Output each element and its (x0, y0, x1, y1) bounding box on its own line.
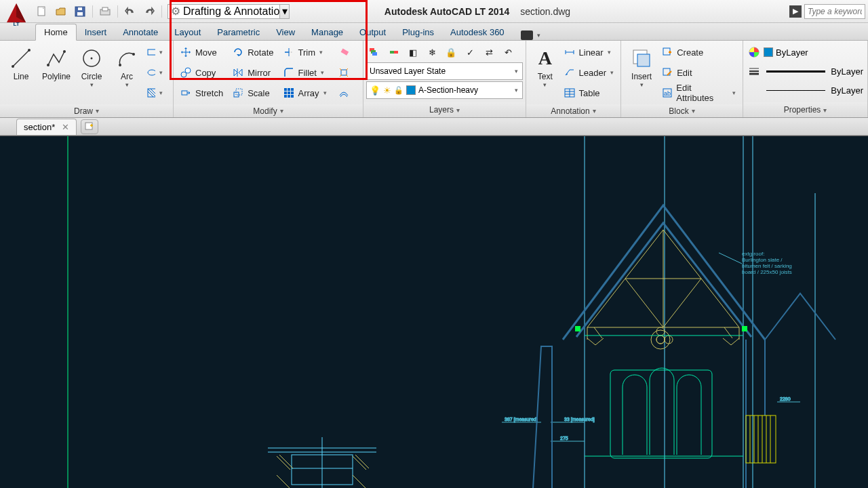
ribbon: Line Polyline Circle ▾ Arc ▾ ▾ ▾ ▾ Dr (0, 41, 868, 118)
tab-output[interactable]: Output (351, 24, 394, 40)
rotate-button[interactable]: Rotate (230, 43, 275, 61)
color-swatch (764, 47, 773, 57)
linear-dim-button[interactable]: Linear▾ (561, 43, 616, 61)
search-input[interactable] (804, 4, 865, 19)
arc-icon (115, 46, 139, 70)
layer-isolate-button[interactable]: ◧ (404, 43, 422, 61)
hatch-button[interactable]: ▾ (146, 84, 164, 102)
svg-text:2280: 2280 (780, 396, 791, 401)
svg-rect-43 (340, 49, 349, 56)
svg-text:387 [measured]: 387 [measured] (505, 417, 538, 422)
scale-button[interactable]: Scale (230, 84, 275, 102)
infocenter-play-icon[interactable]: ▶ (789, 5, 802, 18)
array-button[interactable]: Array▾ (281, 84, 330, 102)
edit-block-button[interactable]: Edit (659, 64, 738, 81)
svg-rect-53 (394, 51, 398, 54)
tab-layout[interactable]: Layout (166, 24, 209, 40)
rectangle-button[interactable]: ▾ (146, 43, 164, 61)
svg-rect-5 (77, 12, 83, 16)
copy-button[interactable]: Copy (178, 64, 224, 81)
tab-manage[interactable]: Manage (303, 24, 351, 40)
text-button[interactable]: A Text ▾ (530, 43, 560, 88)
lineweight-control[interactable]: ByLayer (747, 62, 863, 80)
ribbon-visibility-toggle[interactable]: ▾ (521, 30, 540, 40)
close-icon[interactable]: ✕ (62, 122, 69, 132)
move-button[interactable]: Move (178, 43, 224, 61)
save-icon[interactable] (73, 5, 87, 18)
copy-icon (179, 66, 193, 79)
layer-lock-button[interactable]: 🔒 (442, 43, 460, 61)
layer-freeze-button[interactable]: ❄ (423, 43, 441, 61)
plot-icon[interactable] (98, 5, 112, 18)
svg-rect-52 (390, 51, 394, 54)
svg-rect-8 (102, 7, 108, 11)
layer-state-label: Unsaved Layer State (370, 66, 511, 76)
color-control[interactable]: ByLayer (747, 43, 863, 61)
svg-rect-37 (284, 92, 287, 94)
polyline-icon (44, 46, 68, 70)
mirror-button[interactable]: Mirror (230, 64, 275, 81)
new-doc-tab-button[interactable] (81, 119, 98, 134)
title-text: Autodesk AutoCAD LT 2014 section.dwg (384, 6, 570, 17)
svg-text:LT: LT (13, 21, 19, 26)
undo-icon[interactable] (123, 5, 137, 18)
endpoint-marker (742, 326, 747, 331)
insert-block-icon (629, 46, 654, 70)
svg-point-15 (91, 58, 93, 60)
redo-icon[interactable] (142, 5, 156, 18)
tab-insert[interactable]: Insert (77, 24, 115, 40)
svg-rect-41 (288, 95, 290, 98)
tab-view[interactable]: View (268, 24, 303, 40)
tab-plugins[interactable]: Plug-ins (394, 24, 442, 40)
panel-draw: Line Polyline Circle ▾ Arc ▾ ▾ ▾ ▾ Dr (0, 41, 174, 117)
layer-match-button[interactable]: ⇄ (480, 43, 498, 61)
svg-rect-34 (284, 88, 287, 91)
table-button[interactable]: Table (561, 84, 616, 102)
svg-rect-6 (78, 7, 82, 10)
tab-home[interactable]: Home (35, 24, 77, 41)
arc-button[interactable]: Arc ▾ (110, 43, 144, 88)
tab-annotate[interactable]: Annotate (115, 24, 166, 40)
svg-text:ab: ab (664, 90, 671, 97)
line-label: Line (14, 72, 29, 81)
insert-button[interactable]: Insert ▾ (625, 43, 658, 88)
fillet-button[interactable]: Fillet▾ (281, 64, 330, 81)
erase-button[interactable] (335, 43, 353, 61)
explode-button[interactable] (335, 64, 353, 81)
doc-tab-active[interactable]: section* ✕ (16, 119, 77, 135)
tab-autodesk360[interactable]: Autodesk 360 (442, 24, 513, 40)
panel-block-title: Block (669, 106, 688, 116)
workspace-dropdown[interactable]: ⚙ Drafting & Annotation ▾ (167, 4, 290, 19)
ellipse-button[interactable]: ▾ (146, 64, 164, 81)
panel-properties: ByLayer ByLayer ByLayer Properties▾ (743, 41, 868, 117)
svg-rect-40 (284, 95, 287, 98)
scale-icon (231, 86, 245, 100)
layer-state-dropdown[interactable]: Unsaved Layer State▾ (366, 62, 523, 80)
line-button[interactable]: Line (4, 43, 38, 81)
open-icon[interactable] (54, 5, 68, 18)
layer-previous-button[interactable]: ↶ (499, 43, 517, 61)
svg-point-26 (181, 72, 186, 77)
polyline-button[interactable]: Polyline (39, 43, 73, 81)
file-name: section.dwg (520, 6, 570, 17)
svg-point-11 (28, 49, 31, 52)
circle-button[interactable]: Circle ▾ (75, 43, 108, 88)
new-icon[interactable] (35, 5, 49, 18)
layer-properties-button[interactable] (366, 43, 384, 61)
offset-button[interactable] (335, 84, 353, 102)
linetype-control[interactable]: ByLayer (747, 81, 863, 99)
layer-off-button[interactable] (385, 43, 403, 61)
trim-button[interactable]: Trim▾ (281, 43, 330, 61)
leader-button[interactable]: Leader▾ (561, 64, 616, 81)
tab-parametric[interactable]: Parametric (209, 24, 268, 40)
layer-make-current-button[interactable]: ✓ (461, 43, 479, 61)
layer-current-label: A-Section-heavy (418, 85, 511, 95)
drawing-canvas[interactable]: extg roof: Burlington slate / bitumen fe… (0, 136, 868, 488)
layer-current-dropdown[interactable]: 💡 ☀ 🔓 A-Section-heavy▾ (366, 81, 523, 99)
svg-rect-62 (637, 54, 650, 66)
edit-attributes-button[interactable]: abEdit Attributes▾ (659, 84, 738, 102)
app-menu-button[interactable]: LT (3, 0, 30, 26)
lightbulb-icon: 💡 (370, 85, 380, 96)
stretch-button[interactable]: Stretch (178, 84, 224, 102)
create-block-button[interactable]: Create (659, 43, 738, 61)
